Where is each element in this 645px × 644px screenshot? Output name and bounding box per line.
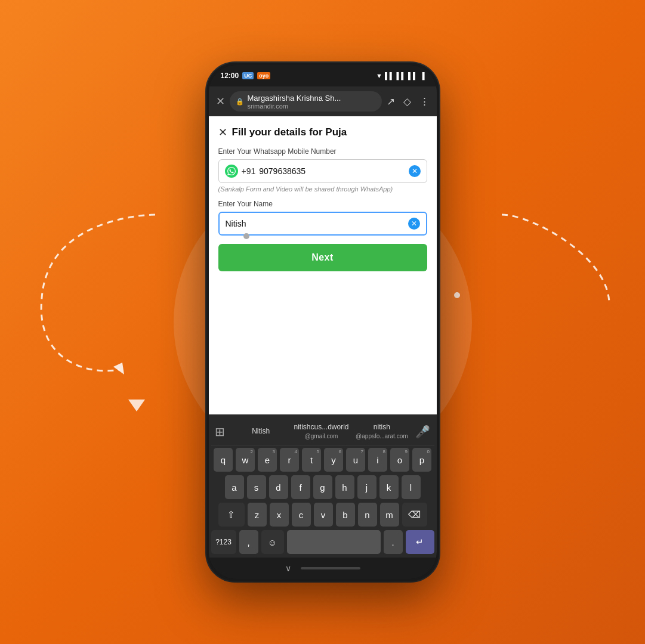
svg-marker-0 <box>113 363 124 374</box>
key-d[interactable]: d <box>269 475 288 499</box>
key-s[interactable]: s <box>247 475 266 499</box>
wifi-icon: ▼ <box>376 72 382 79</box>
web-content: ✕ Fill your details for Puja Enter Your … <box>209 116 437 281</box>
key-p[interactable]: p0 <box>412 448 431 472</box>
signal2-icon: ▌▌ <box>397 72 406 79</box>
key-e[interactable]: e3 <box>258 448 277 472</box>
phone-code: +91 <box>242 166 256 176</box>
key-f[interactable]: f <box>291 475 310 499</box>
suggestion-3[interactable]: nitish @appsfo...arat.com <box>351 420 412 442</box>
web-area: ✕ Fill your details for Puja Enter Your … <box>209 116 437 414</box>
status-left: 12:00 UC oyo <box>221 72 271 80</box>
browser-title-wrap: Margashirsha Krishna Sh... srimandir.com <box>248 94 376 110</box>
space-key[interactable] <box>287 530 381 554</box>
name-label: Enter Your Name <box>218 200 427 208</box>
key-h[interactable]: h <box>335 475 354 499</box>
status-time: 12:00 <box>221 72 239 80</box>
key-o[interactable]: o9 <box>390 448 409 472</box>
key-b[interactable]: b <box>336 503 355 527</box>
bookmark-icon[interactable]: ◇ <box>403 95 411 108</box>
keyboard-row-2: a s d f g h j k l <box>211 475 434 499</box>
browser-page-title: Margashirsha Krishna Sh... <box>248 94 376 103</box>
shift-key[interactable]: ⇧ <box>218 503 245 527</box>
status-badge-oyo: oyo <box>257 72 270 79</box>
key-c[interactable]: c <box>292 503 311 527</box>
keyboard-row-3: ⇧ z x c v b n m ⌫ <box>211 503 434 527</box>
mic-icon[interactable]: 🎤 <box>415 425 430 439</box>
key-z[interactable]: z <box>248 503 267 527</box>
phone-inner: 12:00 UC oyo ▼ ▌▌ ▌▌ ▌▌ ▐ ✕ 🔒 <box>209 65 437 579</box>
phone-clear-button[interactable]: ✕ <box>409 165 421 177</box>
triangle-decoration <box>128 400 145 411</box>
home-indicator <box>301 567 360 569</box>
key-m[interactable]: m <box>380 503 399 527</box>
form-close-icon[interactable]: ✕ <box>218 126 227 139</box>
signal-icon: ▌▌ <box>385 72 394 79</box>
key-n[interactable]: n <box>358 503 377 527</box>
numbers-key[interactable]: ?123 <box>211 530 236 554</box>
dot-decoration <box>454 292 460 298</box>
suggestion-1-main: Nitish <box>252 427 270 435</box>
next-button[interactable]: Next <box>218 244 427 271</box>
share-icon[interactable]: ↗ <box>387 95 395 108</box>
battery-icon: ▐ <box>420 72 425 79</box>
browser-domain: srimandir.com <box>248 103 376 110</box>
key-t[interactable]: t5 <box>302 448 321 472</box>
emoji-key[interactable]: ☺ <box>261 530 284 554</box>
form-header: ✕ Fill your details for Puja <box>218 126 427 139</box>
form-title: Fill your details for Puja <box>232 126 347 138</box>
key-i[interactable]: i8 <box>368 448 387 472</box>
phone-label: Enter Your Whatsapp Mobile Number <box>218 147 427 156</box>
key-v[interactable]: v <box>314 503 333 527</box>
suggestion-1[interactable]: Nitish <box>231 425 291 439</box>
suggestion-2-main: nitishcus...dworld <box>294 423 348 431</box>
keyboard-row-1: q w2 e3 r4 t5 y6 u7 i8 o9 p0 <box>211 448 434 472</box>
key-x[interactable]: x <box>270 503 289 527</box>
phone-number-value: 9079638635 <box>259 166 408 176</box>
key-j[interactable]: j <box>357 475 376 499</box>
comma-key[interactable]: , <box>239 530 258 554</box>
key-q[interactable]: q <box>214 448 233 472</box>
browser-address-bar[interactable]: 🔒 Margashirsha Krishna Sh... srimandir.c… <box>230 91 382 112</box>
key-g[interactable]: g <box>313 475 332 499</box>
bottom-bar: ∨ <box>209 558 437 579</box>
browser-icons: ↗ ◇ ⋮ <box>387 95 430 108</box>
key-u[interactable]: u7 <box>346 448 365 472</box>
dashed-arrow-right <box>496 209 615 328</box>
name-clear-button[interactable]: ✕ <box>408 218 420 230</box>
key-y[interactable]: y6 <box>324 448 343 472</box>
key-k[interactable]: k <box>379 475 399 499</box>
keyboard-area: ⊞ Nitish nitishcus...dworld @gmail.com n… <box>209 414 437 558</box>
whatsapp-icon <box>225 165 238 178</box>
grid-icon[interactable]: ⊞ <box>215 425 225 439</box>
key-l[interactable]: l <box>402 475 421 499</box>
phone-screen: 12:00 UC oyo ▼ ▌▌ ▌▌ ▌▌ ▐ ✕ 🔒 <box>209 65 437 579</box>
browser-bar: ✕ 🔒 Margashirsha Krishna Sh... srimandir… <box>209 86 437 116</box>
suggestion-2-sub: @gmail.com <box>292 432 350 440</box>
suggestion-3-main: nitish <box>374 423 390 431</box>
status-bar: 12:00 UC oyo ▼ ▌▌ ▌▌ ▌▌ ▐ <box>209 65 437 86</box>
keyboard-hide-chevron[interactable]: ∨ <box>285 564 291 573</box>
status-badge-uc: UC <box>242 72 254 79</box>
enter-key[interactable]: ↵ <box>406 530 434 554</box>
lock-icon: 🔒 <box>236 98 244 106</box>
name-input-field[interactable]: Nitish ✕ <box>218 212 427 236</box>
suggestions-bar: ⊞ Nitish nitishcus...dworld @gmail.com n… <box>211 418 434 445</box>
dashed-arrow-left <box>36 209 167 388</box>
backspace-key[interactable]: ⌫ <box>402 503 427 527</box>
key-a[interactable]: a <box>225 475 244 499</box>
browser-close-button[interactable]: ✕ <box>216 95 225 108</box>
key-r[interactable]: r4 <box>280 448 299 472</box>
menu-icon[interactable]: ⋮ <box>419 95 430 108</box>
status-right: ▼ ▌▌ ▌▌ ▌▌ ▐ <box>376 72 424 79</box>
cursor-dot <box>243 233 249 239</box>
signal3-icon: ▌▌ <box>408 72 418 79</box>
phone-frame: 12:00 UC oyo ▼ ▌▌ ▌▌ ▌▌ ▐ ✕ 🔒 <box>206 63 439 581</box>
suggestion-2[interactable]: nitishcus...dworld @gmail.com <box>291 420 351 442</box>
keyboard-rows: q w2 e3 r4 t5 y6 u7 i8 o9 p0 a s <box>211 448 434 554</box>
name-value: Nitish <box>226 219 408 228</box>
key-w[interactable]: w2 <box>236 448 255 472</box>
phone-input-field[interactable]: +91 9079638635 ✕ <box>218 159 427 183</box>
keyboard-row-4: ?123 , ☺ . ↵ <box>211 530 434 554</box>
period-key[interactable]: . <box>384 530 403 554</box>
